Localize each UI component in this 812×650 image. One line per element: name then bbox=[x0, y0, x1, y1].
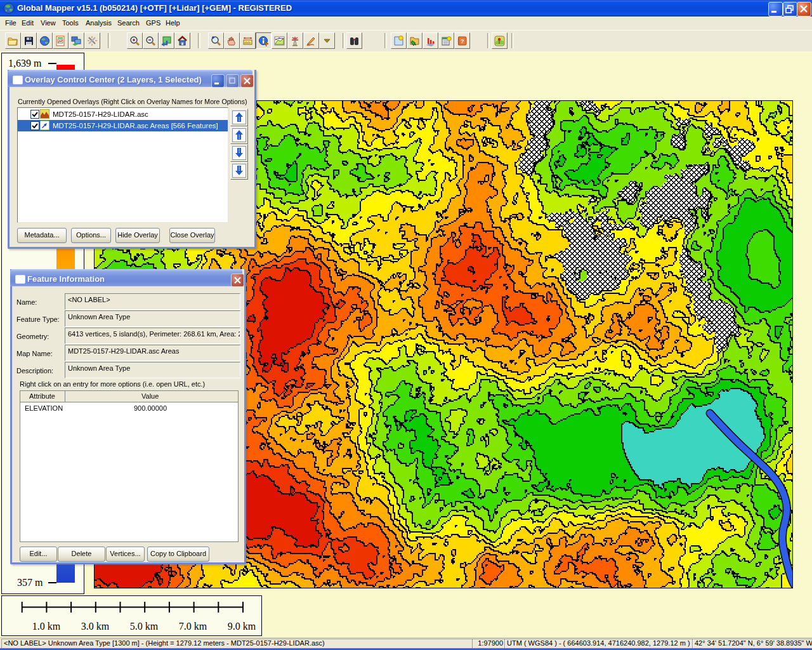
svg-text:5.0 km: 5.0 km bbox=[130, 621, 159, 632]
svg-text:7.0 km: 7.0 km bbox=[179, 621, 207, 632]
svg-text:?: ? bbox=[461, 38, 464, 44]
svg-text:3.0 km: 3.0 km bbox=[81, 621, 110, 632]
svg-text:1.0 km: 1.0 km bbox=[32, 621, 61, 632]
svg-text:9.0 km: 9.0 km bbox=[228, 621, 256, 632]
